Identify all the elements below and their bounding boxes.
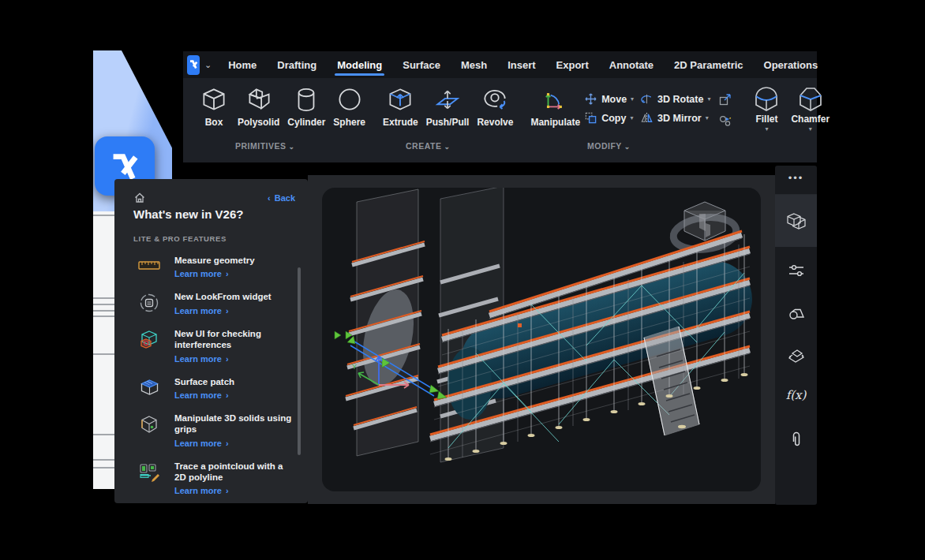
list-item: Trace a pointcloud with a 2D polyline Le… [114, 454, 308, 502]
extrude-button[interactable]: Extrude [379, 83, 422, 129]
list-item: Manipulate 3D solids using grips Learn m… [114, 406, 308, 454]
learn-arrow-icon: › [226, 390, 229, 400]
list-item: Surface patch Learn more› [114, 370, 308, 406]
ribbon-window: ⌄ Home Drafting Modeling Surface Mesh In… [183, 51, 817, 162]
revolve-button[interactable]: Revolve [473, 83, 517, 129]
viewport-canvas[interactable]: Y [322, 188, 761, 491]
3d-mirror-dropdown-icon[interactable]: ▾ [706, 114, 709, 121]
feature-title: Measure geometry [174, 255, 255, 266]
right-sidebar: ••• f(x) [775, 166, 817, 505]
learn-more-link[interactable]: Learn more› [174, 439, 294, 448]
move-dropdown-icon[interactable]: ▾ [631, 95, 634, 103]
chamfer-button[interactable]: Chamfer ▾ [786, 83, 834, 134]
learn-arrow-icon: › [226, 354, 229, 364]
sidebar-item-model[interactable] [775, 195, 817, 247]
decor-rule-line [93, 310, 114, 312]
tab-export[interactable]: Export [546, 51, 599, 78]
copy-dropdown-icon[interactable]: ▾ [630, 114, 633, 121]
manipulate-icon [540, 84, 571, 116]
surface-patch-icon [139, 378, 160, 398]
ribbon-tab-bar: ⌄ Home Drafting Modeling Surface Mesh In… [183, 51, 817, 78]
grips-cube-icon [139, 414, 159, 435]
ribbon-group-labels: PRIMITIVES⌄ CREATE⌄ MODIFY⌄ [183, 141, 817, 160]
tab-modeling[interactable]: Modeling [327, 51, 392, 78]
extrude-icon [384, 84, 416, 116]
home-icon[interactable] [133, 192, 146, 204]
chamfer-dropdown-icon[interactable]: ▾ [809, 125, 812, 133]
push-pull-button[interactable]: Push/Pull [422, 83, 474, 129]
box-icon [198, 84, 230, 116]
decor-rule-line [93, 315, 114, 317]
sidebar-item-layers[interactable] [775, 347, 817, 364]
list-item: Measure geometry Learn more› [114, 248, 308, 285]
group-primitives[interactable]: PRIMITIVES⌄ [235, 141, 295, 151]
sidebar-item-attachments[interactable] [775, 431, 817, 450]
polysolid-button[interactable]: Polysolid [234, 83, 283, 129]
assembly-gears-icon[interactable] [718, 114, 732, 128]
fillet-button[interactable]: Fillet ▾ [747, 83, 786, 134]
learn-more-link[interactable]: Learn more› [174, 486, 294, 495]
sidebar-item-materials[interactable] [775, 304, 817, 322]
rotate-mirror-column: 3D Rotate ▾ 3D Mirror ▾ [640, 92, 710, 125]
bricscad-lambda-icon [187, 58, 200, 71]
learn-more-link[interactable]: Learn more› [174, 390, 234, 400]
measure-ruler-icon [137, 256, 161, 274]
sliders-icon [788, 262, 805, 279]
decor-ruled-paper [93, 211, 114, 489]
cylinder-icon [290, 84, 322, 116]
3d-rotate-dropdown-icon[interactable]: ▾ [707, 95, 710, 103]
sidebar-item-functions[interactable]: f(x) [775, 388, 817, 402]
app-menu-button[interactable] [187, 55, 200, 75]
feature-title: Manipulate 3D solids using grips [174, 413, 294, 435]
modify-extra-column [718, 92, 732, 128]
sidebar-item-properties[interactable] [775, 262, 817, 279]
fillet-icon [751, 84, 781, 113]
copy-button[interactable]: Copy ▾ [584, 111, 634, 125]
feature-title: Trace a pointcloud with a 2D polyline [174, 461, 294, 483]
panel-section-header: LITE & PRO FEATURES [133, 234, 227, 243]
push-pull-icon [432, 84, 463, 116]
tab-surface[interactable]: Surface [392, 51, 451, 78]
back-button[interactable]: ‹ Back [268, 193, 295, 203]
tab-operations[interactable]: Operations [754, 51, 829, 78]
chamfer-icon [796, 84, 826, 113]
scale-icon[interactable] [718, 92, 732, 106]
learn-arrow-icon: › [226, 486, 229, 495]
tab-drafting[interactable]: Drafting [267, 51, 327, 78]
move-button[interactable]: Move ▾ [584, 92, 634, 106]
3d-rotate-button[interactable]: 3D Rotate ▾ [640, 92, 710, 106]
tab-annotate[interactable]: Annotate [599, 51, 664, 78]
feature-list: Measure geometry Learn more› New LookFro… [114, 248, 308, 503]
decor-rule-line [93, 434, 114, 435]
learn-arrow-icon: › [226, 439, 229, 448]
tab-home[interactable]: Home [218, 51, 267, 78]
decor-rule-line [93, 467, 114, 469]
sphere-button[interactable]: Sphere [329, 83, 369, 129]
pointcloud-trace-icon [138, 462, 160, 483]
feature-title: Surface patch [174, 376, 234, 387]
more-icon[interactable]: ••• [775, 172, 817, 184]
decor-rule-line [93, 297, 114, 299]
tab-mesh[interactable]: Mesh [451, 51, 497, 78]
3d-rotate-icon [640, 92, 653, 106]
panel-scrollbar[interactable] [298, 267, 301, 455]
group-chevron-icon: ⌄ [289, 143, 295, 151]
group-modify[interactable]: MODIFY⌄ [587, 141, 631, 151]
decor-rule-line [93, 304, 114, 305]
decor-rule-line [93, 353, 114, 355]
cylinder-button[interactable]: Cylinder [283, 83, 329, 129]
learn-more-link[interactable]: Learn more› [174, 269, 255, 278]
lookfrom-dial-icon [139, 293, 159, 313]
copy-icon [584, 111, 597, 125]
learn-more-link[interactable]: Learn more› [174, 354, 294, 364]
group-create[interactable]: CREATE⌄ [406, 141, 450, 151]
learn-more-link[interactable]: Learn more› [174, 306, 272, 315]
app-menu-chevron-icon[interactable]: ⌄ [204, 60, 212, 70]
tab-2d-parametric[interactable]: 2D Parametric [664, 51, 753, 78]
manipulate-button[interactable]: Manipulate [526, 83, 584, 129]
viewport-panel: Y [308, 175, 775, 504]
fillet-dropdown-icon[interactable]: ▾ [765, 125, 768, 133]
3d-mirror-button[interactable]: 3D Mirror ▾ [640, 111, 710, 125]
tab-insert[interactable]: Insert [497, 51, 545, 78]
box-button[interactable]: Box [194, 83, 234, 129]
